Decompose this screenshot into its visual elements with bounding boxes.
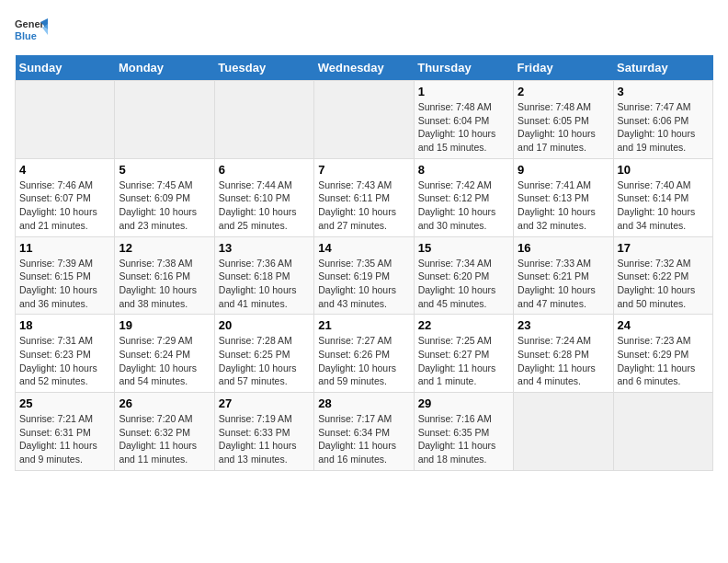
day-info: Sunrise: 7:33 AMSunset: 6:21 PMDaylight:… xyxy=(518,257,609,311)
day-number: 16 xyxy=(518,241,609,255)
day-number: 19 xyxy=(119,318,210,332)
day-number: 3 xyxy=(618,85,709,98)
calendar-cell: 24Sunrise: 7:23 AMSunset: 6:29 PMDayligh… xyxy=(613,315,712,393)
calendar-cell xyxy=(613,393,712,471)
calendar-week-row: 1Sunrise: 7:48 AMSunset: 6:04 PMDaylight… xyxy=(16,81,713,159)
day-number: 7 xyxy=(318,163,409,177)
calendar-cell: 17Sunrise: 7:32 AMSunset: 6:22 PMDayligh… xyxy=(613,236,712,315)
day-info: Sunrise: 7:21 AMSunset: 6:31 PMDaylight:… xyxy=(19,412,110,466)
day-number: 22 xyxy=(418,318,509,332)
calendar-cell: 28Sunrise: 7:17 AMSunset: 6:34 PMDayligh… xyxy=(314,393,414,471)
calendar-cell: 19Sunrise: 7:29 AMSunset: 6:24 PMDayligh… xyxy=(115,315,214,393)
day-info: Sunrise: 7:34 AMSunset: 6:20 PMDaylight:… xyxy=(418,257,509,311)
day-info: Sunrise: 7:42 AMSunset: 6:12 PMDaylight:… xyxy=(418,178,509,233)
calendar-cell: 29Sunrise: 7:16 AMSunset: 6:35 PMDayligh… xyxy=(414,393,513,471)
calendar-cell: 1Sunrise: 7:48 AMSunset: 6:04 PMDaylight… xyxy=(414,81,513,159)
calendar-cell: 22Sunrise: 7:25 AMSunset: 6:27 PMDayligh… xyxy=(414,315,513,393)
day-info: Sunrise: 7:40 AMSunset: 6:14 PMDaylight:… xyxy=(618,178,709,233)
day-number: 4 xyxy=(19,163,110,177)
calendar-cell: 21Sunrise: 7:27 AMSunset: 6:26 PMDayligh… xyxy=(314,315,414,393)
day-info: Sunrise: 7:43 AMSunset: 6:11 PMDaylight:… xyxy=(318,178,409,233)
day-number: 18 xyxy=(19,318,110,332)
logo-icon: General Blue xyxy=(15,15,48,48)
day-number: 9 xyxy=(518,163,609,177)
calendar-cell: 26Sunrise: 7:20 AMSunset: 6:32 PMDayligh… xyxy=(115,393,214,471)
calendar-week-row: 4Sunrise: 7:46 AMSunset: 6:07 PMDaylight… xyxy=(16,158,713,236)
day-info: Sunrise: 7:28 AMSunset: 6:25 PMDaylight:… xyxy=(219,334,310,388)
day-number: 14 xyxy=(318,241,409,255)
day-number: 24 xyxy=(618,318,709,332)
calendar-cell: 25Sunrise: 7:21 AMSunset: 6:31 PMDayligh… xyxy=(16,393,115,471)
day-number: 26 xyxy=(119,396,210,410)
svg-text:Blue: Blue xyxy=(15,30,37,41)
day-header-wednesday: Wednesday xyxy=(314,55,414,81)
day-number: 15 xyxy=(418,241,509,255)
calendar-cell: 3Sunrise: 7:47 AMSunset: 6:06 PMDaylight… xyxy=(613,81,712,159)
day-header-tuesday: Tuesday xyxy=(214,55,313,81)
calendar-cell: 20Sunrise: 7:28 AMSunset: 6:25 PMDayligh… xyxy=(214,315,313,393)
calendar-cell: 27Sunrise: 7:19 AMSunset: 6:33 PMDayligh… xyxy=(214,393,313,471)
day-info: Sunrise: 7:44 AMSunset: 6:10 PMDaylight:… xyxy=(219,178,310,233)
day-number: 13 xyxy=(219,241,310,255)
day-info: Sunrise: 7:17 AMSunset: 6:34 PMDaylight:… xyxy=(318,412,409,466)
calendar-cell xyxy=(314,81,414,159)
day-number: 12 xyxy=(119,241,210,255)
day-info: Sunrise: 7:19 AMSunset: 6:33 PMDaylight:… xyxy=(219,412,310,466)
day-header-thursday: Thursday xyxy=(414,55,513,81)
calendar-cell xyxy=(514,393,613,471)
calendar-table: SundayMondayTuesdayWednesdayThursdayFrid… xyxy=(15,55,713,471)
day-number: 1 xyxy=(418,85,509,98)
day-number: 5 xyxy=(119,163,210,177)
calendar-cell: 2Sunrise: 7:48 AMSunset: 6:05 PMDaylight… xyxy=(514,81,613,159)
calendar-cell: 12Sunrise: 7:38 AMSunset: 6:16 PMDayligh… xyxy=(115,236,214,315)
page-header: General Blue xyxy=(15,15,713,48)
day-info: Sunrise: 7:27 AMSunset: 6:26 PMDaylight:… xyxy=(318,334,409,388)
day-header-monday: Monday xyxy=(115,55,214,81)
day-number: 25 xyxy=(19,396,110,410)
day-info: Sunrise: 7:45 AMSunset: 6:09 PMDaylight:… xyxy=(119,178,210,233)
calendar-cell: 7Sunrise: 7:43 AMSunset: 6:11 PMDaylight… xyxy=(314,158,414,236)
calendar-cell: 6Sunrise: 7:44 AMSunset: 6:10 PMDaylight… xyxy=(214,158,313,236)
day-info: Sunrise: 7:41 AMSunset: 6:13 PMDaylight:… xyxy=(518,178,609,233)
day-header-saturday: Saturday xyxy=(613,55,712,81)
day-info: Sunrise: 7:25 AMSunset: 6:27 PMDaylight:… xyxy=(418,334,509,388)
calendar-cell: 14Sunrise: 7:35 AMSunset: 6:19 PMDayligh… xyxy=(314,236,414,315)
day-number: 17 xyxy=(618,241,709,255)
day-number: 23 xyxy=(518,318,609,332)
day-info: Sunrise: 7:16 AMSunset: 6:35 PMDaylight:… xyxy=(418,412,509,466)
calendar-week-row: 11Sunrise: 7:39 AMSunset: 6:15 PMDayligh… xyxy=(16,236,713,315)
calendar-cell: 18Sunrise: 7:31 AMSunset: 6:23 PMDayligh… xyxy=(16,315,115,393)
calendar-cell: 13Sunrise: 7:36 AMSunset: 6:18 PMDayligh… xyxy=(214,236,313,315)
day-info: Sunrise: 7:36 AMSunset: 6:18 PMDaylight:… xyxy=(219,257,310,311)
day-info: Sunrise: 7:46 AMSunset: 6:07 PMDaylight:… xyxy=(19,178,110,233)
calendar-cell: 9Sunrise: 7:41 AMSunset: 6:13 PMDaylight… xyxy=(514,158,613,236)
day-number: 8 xyxy=(418,163,509,177)
day-info: Sunrise: 7:38 AMSunset: 6:16 PMDaylight:… xyxy=(119,257,210,311)
day-number: 29 xyxy=(418,396,509,410)
day-info: Sunrise: 7:31 AMSunset: 6:23 PMDaylight:… xyxy=(19,334,110,388)
day-info: Sunrise: 7:35 AMSunset: 6:19 PMDaylight:… xyxy=(318,257,409,311)
logo: General Blue xyxy=(15,15,51,48)
calendar-cell: 4Sunrise: 7:46 AMSunset: 6:07 PMDaylight… xyxy=(16,158,115,236)
calendar-cell: 15Sunrise: 7:34 AMSunset: 6:20 PMDayligh… xyxy=(414,236,513,315)
day-header-sunday: Sunday xyxy=(16,55,115,81)
day-info: Sunrise: 7:39 AMSunset: 6:15 PMDaylight:… xyxy=(19,257,110,311)
day-info: Sunrise: 7:29 AMSunset: 6:24 PMDaylight:… xyxy=(119,334,210,388)
day-number: 10 xyxy=(618,163,709,177)
day-info: Sunrise: 7:24 AMSunset: 6:28 PMDaylight:… xyxy=(518,334,609,388)
calendar-week-row: 18Sunrise: 7:31 AMSunset: 6:23 PMDayligh… xyxy=(16,315,713,393)
day-number: 11 xyxy=(19,241,110,255)
day-info: Sunrise: 7:48 AMSunset: 6:05 PMDaylight:… xyxy=(518,100,609,155)
day-number: 21 xyxy=(318,318,409,332)
calendar-cell xyxy=(214,81,313,159)
day-number: 28 xyxy=(318,396,409,410)
calendar-cell: 5Sunrise: 7:45 AMSunset: 6:09 PMDaylight… xyxy=(115,158,214,236)
calendar-header-row: SundayMondayTuesdayWednesdayThursdayFrid… xyxy=(16,55,713,81)
day-number: 27 xyxy=(219,396,310,410)
day-info: Sunrise: 7:23 AMSunset: 6:29 PMDaylight:… xyxy=(618,334,709,388)
day-number: 6 xyxy=(219,163,310,177)
calendar-cell xyxy=(115,81,214,159)
calendar-cell: 8Sunrise: 7:42 AMSunset: 6:12 PMDaylight… xyxy=(414,158,513,236)
day-info: Sunrise: 7:48 AMSunset: 6:04 PMDaylight:… xyxy=(418,100,509,155)
calendar-cell: 10Sunrise: 7:40 AMSunset: 6:14 PMDayligh… xyxy=(613,158,712,236)
